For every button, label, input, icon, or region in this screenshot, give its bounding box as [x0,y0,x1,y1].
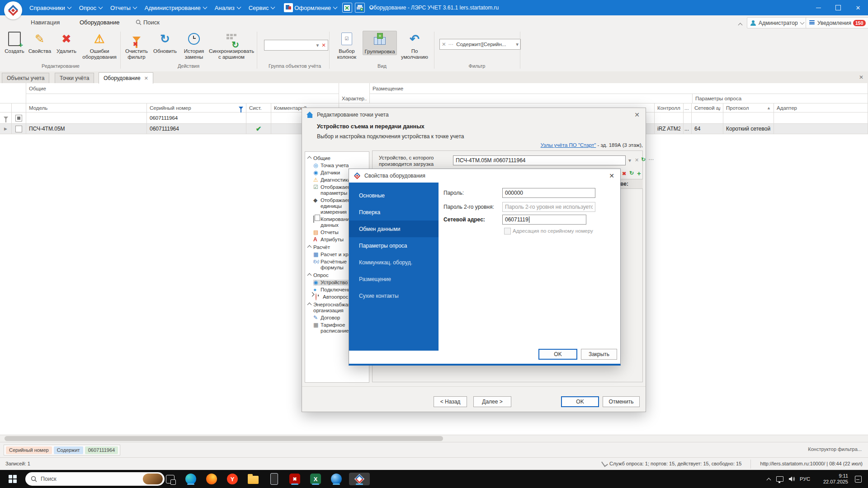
taskbar-app-firefox[interactable] [203,473,221,485]
excel-export-icon[interactable] [342,3,352,13]
filter-row-checkbox[interactable] [12,113,26,124]
minimize-button[interactable] [808,0,828,15]
cell-sys[interactable]: ✔ [246,124,271,134]
header-serial[interactable]: Серийный номер [147,103,246,113]
band-general[interactable]: Общие [26,83,339,94]
filter-cell-model[interactable] [26,113,147,124]
back-button[interactable]: < Назад [434,396,467,407]
nav-item-data-exchange[interactable]: Обмен данными [349,221,439,237]
menu-administrirovanie[interactable]: Администрирование [141,0,211,15]
refresh-button[interactable]: ↻ Обновить [151,31,179,54]
nav-item-placement[interactable]: Размещение [349,271,439,287]
search-highlight-image[interactable] [143,474,163,484]
cell-controller[interactable]: iRZ ATM21 #... [655,124,684,134]
menu-spravochniki[interactable]: Справочники [25,0,75,15]
object-group-combo[interactable]: ▾ ✕ [264,40,328,51]
next-button[interactable]: Далее > [473,396,511,407]
chevron-down-icon[interactable]: ▾ [628,157,631,164]
tab-close-icon[interactable]: ✕ [144,75,148,81]
cell-model[interactable]: ПСЧ-4ТМ.05М [26,124,147,134]
filter-chip-operator[interactable]: Содержит [54,446,83,454]
clear-filter-button[interactable]: ✖ Очистить фильтр [123,31,150,60]
replace-history-button[interactable]: История замены [180,31,208,60]
ribbon-collapse-icon[interactable] [738,23,743,28]
dialog-titlebar[interactable]: Свойства оборудования [349,169,620,183]
network-tray-icon[interactable] [774,470,786,488]
menu-otchety[interactable]: Отчеты [106,0,141,15]
grouping-button[interactable]: + Группировка [363,31,397,55]
nav-item-poll-params[interactable]: Параметры опроса [349,237,439,254]
filter-cell-protocol[interactable] [723,113,774,124]
tab-objects[interactable]: Объекты учета [2,73,49,83]
tab-search[interactable]: Поиск [134,15,161,29]
filter-cell-controller[interactable] [655,113,684,124]
notification-center-button[interactable] [853,470,864,488]
band-characteristics[interactable]: Характер... [339,83,370,103]
tabstrip-close-icon[interactable]: ✕ [859,74,863,80]
create-button[interactable]: + Создать [3,31,26,54]
scrollbar-thumb[interactable] [5,436,443,441]
tree-item-point[interactable]: ◎Точка учета [313,163,369,169]
menu-oformlenie[interactable]: Оформление [278,0,341,15]
filter-condition-combo[interactable]: ✕ ⋯ Содержит([Серийн... ▾ [439,39,521,50]
horizontal-scrollbar[interactable] [0,435,868,442]
clock[interactable]: 9:11 22.07.2025 [816,470,848,488]
language-indicator[interactable]: РУС [797,470,812,488]
tab-equipment[interactable]: Оборудование [78,15,121,30]
taskbar-app-lers[interactable] [349,473,370,485]
header-protocol[interactable]: Протокол▲ [723,103,774,113]
tab-equipment-doc[interactable]: Оборудование ✕ [99,72,153,84]
equipment-errors-button[interactable]: ⚠ Ошибки оборудования [80,31,118,60]
band-poll-params[interactable]: Параметры опроса [693,94,868,103]
dialog-titlebar[interactable]: Редактирование точки учета [302,108,646,122]
cell-protocol[interactable]: Короткий сетевой адрес [723,124,774,134]
filter-active-icon[interactable] [239,107,243,109]
nav-item-main[interactable]: Основные [349,187,439,204]
menu-analiz[interactable]: Анализ [211,0,245,15]
header-sys[interactable]: Сист. [246,103,271,113]
filter-builder-link[interactable]: Конструктор фильтра... [808,446,862,452]
header-net-address[interactable]: Сетевой адрес [692,103,723,113]
filter-cell-sys[interactable] [246,113,271,124]
row-checkbox[interactable] [12,124,26,134]
user-menu[interactable]: Администратор [747,17,807,28]
task-view-button[interactable] [161,473,179,485]
device-combo[interactable]: ПСЧ-4ТМ.05М #0607111964 [453,155,626,165]
filter-cell-net-address[interactable] [692,113,723,124]
tab-navigation[interactable]: Навигация [29,15,61,29]
node-link[interactable]: Узлы учёта ПО "Старт" [541,142,596,148]
maximize-button[interactable] [828,0,848,15]
filter-chips[interactable]: Серийный номер Содержит 0607111964 [4,445,120,455]
password-field[interactable]: 000000 [502,188,595,198]
refresh-icon[interactable]: ↻ [629,170,634,176]
taskbar-app-edge[interactable] [182,473,200,485]
tray-expand-button[interactable] [762,470,773,488]
filter-cell-serial[interactable]: 0607111964 [147,113,246,124]
taskbar-search[interactable]: Поиск [25,472,165,486]
by-default-button[interactable]: ↶ По умолчанию [398,31,431,60]
menu-opros[interactable]: Опрос [75,0,106,15]
taskbar-app-yandex[interactable]: Y [223,473,241,485]
sync-arshin-button[interactable]: ↻ Синхронизировать с аршином [209,31,254,60]
taskbar-app-adobe[interactable]: ✖ [286,473,304,485]
net-address-field[interactable]: 06071119 [502,215,586,225]
taskbar-app-browser[interactable] [327,473,345,485]
nav-item-comm-equipment[interactable]: Коммуникац. оборуд. [349,254,439,271]
delete-button[interactable]: ✖ Удалить [54,31,79,54]
tree-group-general[interactable]: Общие [307,155,369,161]
dialog-close-icon[interactable]: ✕ [633,111,641,118]
volume-tray-icon[interactable] [787,470,797,488]
dialog-close-icon[interactable]: ✕ [608,172,616,179]
choose-columns-button[interactable]: ☑ Выбор колонок [333,31,361,60]
notifications-button[interactable]: Уведомления 150 [806,17,868,28]
menu-servis[interactable]: Сервис [245,0,279,15]
start-button[interactable] [4,473,22,485]
taskbar-app-phone[interactable] [265,473,283,485]
properties-button[interactable]: ✎ Свойства [27,31,52,54]
nav-item-dry-contacts[interactable]: Сухие контакты [349,287,439,304]
header-controller[interactable]: Контроллер... [655,103,684,113]
header-dots[interactable]: ... [684,103,692,113]
browse-device-icon[interactable]: ⋯ [648,156,654,163]
add-icon[interactable]: + [637,169,641,177]
ok-button[interactable]: OK [561,396,599,407]
